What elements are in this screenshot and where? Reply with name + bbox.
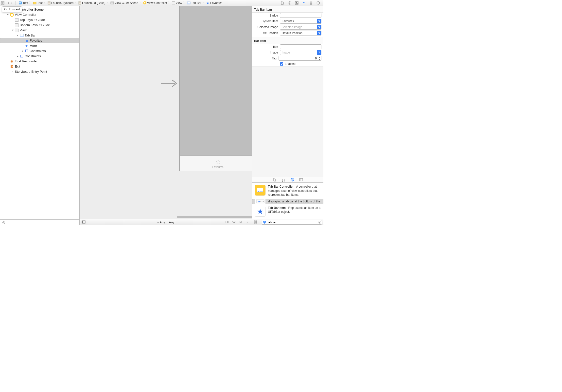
title-input[interactable] [280, 44, 321, 49]
stack-icon[interactable] [225, 220, 229, 224]
attributes-inspector-icon[interactable] [302, 1, 306, 5]
svg-point-57 [260, 192, 261, 192]
library-item-tab-bar[interactable]: ★ Tab Bar - Provides a mechanism for dis… [252, 199, 323, 204]
storyboard-canvas[interactable]: ☆ Favorites ○ ○ ○ More wAny [80, 6, 252, 225]
svg-rect-51 [299, 178, 303, 181]
enabled-checkbox[interactable] [280, 62, 283, 66]
library-item-tab-bar-item[interactable]: ★ Tab Bar Item - Represents an item on a… [252, 204, 323, 219]
crumb-view[interactable]: View [172, 1, 183, 5]
crumb-storyboard-base[interactable]: Launch...d (Base) [78, 1, 106, 5]
svg-rect-30 [26, 50, 28, 52]
system-item-select[interactable]: Favorites ⇅ [280, 19, 321, 24]
crumb-scene[interactable]: View C...er Scene [110, 1, 139, 5]
search-scope-icon[interactable] [263, 221, 266, 224]
svg-rect-39 [226, 221, 227, 223]
device-view[interactable]: ☆ Favorites ○ ○ ○ More [179, 6, 252, 171]
identity-inspector-icon[interactable] [295, 1, 299, 5]
outline-tab-bar[interactable]: Tab Bar [0, 33, 79, 38]
svg-rect-7 [48, 1, 50, 4]
title-position-select[interactable]: Default Position ⇅ [280, 31, 321, 36]
file-template-library-icon[interactable] [273, 178, 277, 181]
outline-more[interactable]: ★ More [0, 43, 79, 48]
outline-view[interactable]: View [0, 28, 79, 33]
svg-rect-18 [296, 2, 297, 3]
library-tabs: { } [252, 177, 323, 183]
outline-filter-bar[interactable] [0, 219, 79, 225]
cube-icon: ◉ [10, 59, 14, 63]
entry-arrow-icon [160, 78, 177, 88]
canvas-tab-favorites[interactable]: ☆ Favorites [180, 156, 252, 171]
library-search-input[interactable] [262, 220, 322, 225]
outline-constraints-outer[interactable]: Constraints [0, 53, 79, 59]
section-tab-bar-item: Tab Bar Item Badge System Item Favorites… [252, 6, 323, 36]
connections-inspector-icon[interactable] [316, 1, 320, 5]
star-icon: ★ [25, 39, 29, 43]
crumb-tabbar[interactable]: Tab Bar [187, 1, 202, 5]
svg-rect-0 [1, 1, 2, 3]
svg-text:?: ? [289, 2, 290, 4]
canvas-tab-bar[interactable]: ☆ Favorites ○ ○ ○ More [180, 156, 252, 171]
outline-first-responder[interactable]: ◉ First Responder [0, 59, 79, 64]
outline-view-controller[interactable]: View Controller [0, 12, 79, 17]
go-back-icon[interactable] [7, 1, 10, 4]
badge-input[interactable] [280, 13, 321, 18]
chevron-updown-icon: ⇅ [317, 19, 321, 23]
chevron-updown-icon: ⇅ [317, 31, 321, 35]
tooltip-go-forward: Go Forward [2, 6, 22, 12]
chevron-updown-icon: ⇅ [317, 25, 321, 29]
jump-bar: │ │ Test 〉 Test 〉 Launch...ryboard 〉 Lau… [0, 0, 323, 6]
outline-top-layout-guide[interactable]: Top Layout Guide [0, 17, 79, 22]
svg-point-58 [261, 192, 262, 192]
crumb-test-folder[interactable]: Test [33, 1, 43, 5]
related-items-icon[interactable] [1, 1, 4, 5]
outline-entry-point[interactable]: → Storyboard Entry Point [0, 69, 79, 74]
quick-help-icon[interactable]: ? [288, 1, 291, 5]
star-outline-icon: ☆ [215, 159, 221, 165]
media-library-icon[interactable] [299, 178, 303, 181]
section-bar-item: Bar Item Title Image Image ⇅ Tag [252, 37, 323, 67]
toggle-outline-icon[interactable] [82, 220, 86, 224]
size-inspector-icon[interactable] [309, 1, 313, 5]
svg-rect-17 [295, 1, 298, 4]
svg-rect-5 [19, 2, 21, 3]
crumb-test-project[interactable]: Test [18, 1, 29, 5]
inspector-panel: Tab Bar Item Badge System Item Favorites… [252, 6, 323, 225]
object-library-icon[interactable] [290, 178, 294, 181]
svg-point-69 [263, 221, 266, 223]
svg-text:★: ★ [258, 200, 260, 203]
svg-point-63 [262, 201, 263, 202]
svg-rect-46 [240, 221, 241, 223]
resolve-issues-icon[interactable] [246, 220, 249, 224]
svg-rect-3 [3, 3, 4, 4]
pin-icon[interactable] [239, 220, 243, 224]
crumb-view-controller[interactable]: View Controller [143, 1, 168, 5]
chevron-updown-icon: ⇅ [317, 50, 321, 55]
code-snippet-library-icon[interactable]: { } [281, 178, 285, 182]
file-inspector-icon[interactable] [281, 1, 284, 5]
outline-favorites[interactable]: ★ Favorites [0, 38, 79, 43]
clear-search-icon[interactable]: ⓧ [318, 221, 321, 224]
horizontal-scrollbar[interactable] [177, 216, 252, 218]
outline-bottom-layout-guide[interactable]: Bottom Layout Guide [0, 22, 79, 28]
svg-point-70 [264, 222, 265, 223]
arrow-right-icon: → [10, 70, 14, 74]
svg-rect-38 [82, 221, 83, 223]
image-select[interactable]: Image ⇅ [280, 50, 321, 55]
svg-rect-9 [79, 1, 81, 4]
grid-view-icon[interactable] [254, 220, 257, 224]
svg-rect-65 [254, 221, 255, 222]
svg-rect-1 [3, 1, 4, 3]
outline-constraints-inner[interactable]: Constraints [0, 48, 79, 53]
svg-rect-12 [111, 2, 114, 2]
crumb-storyboard[interactable]: Launch...ryboard [47, 1, 74, 5]
document-outline: View Controller Scene View Controller To… [0, 6, 80, 225]
svg-point-62 [261, 201, 261, 202]
outline-exit[interactable]: Exit [0, 64, 79, 69]
tag-stepper[interactable]: ▲▼ [279, 56, 321, 61]
go-forward-icon[interactable] [10, 1, 13, 4]
star-icon: ★ [25, 44, 29, 48]
selected-image-select[interactable]: Selected Image ⇅ [280, 25, 321, 30]
align-icon[interactable] [232, 220, 236, 224]
library-item-tab-bar-controller[interactable]: ★ Tab Bar Controller - A controller that… [252, 183, 323, 199]
crumb-favorites[interactable]: ★ Favorites [206, 1, 223, 5]
